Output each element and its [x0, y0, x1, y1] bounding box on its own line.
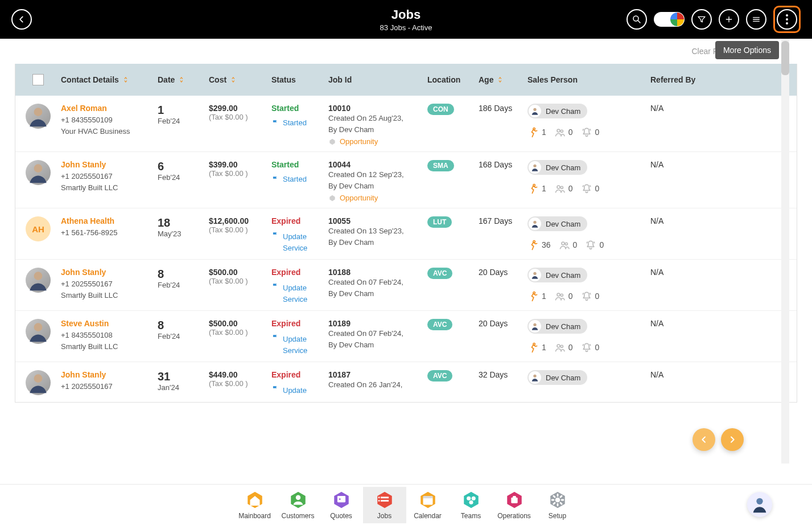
- search-button[interactable]: [626, 9, 647, 30]
- sales-person-pill[interactable]: Dev Cham: [527, 160, 587, 175]
- svg-point-7: [560, 130, 563, 132]
- sales-avatar-icon: [529, 320, 541, 333]
- col-referred[interactable]: Referred By: [650, 75, 724, 84]
- status-flag[interactable]: UpdateService: [271, 282, 328, 305]
- page-prev-button[interactable]: [693, 428, 715, 451]
- col-contact[interactable]: Contact Details: [61, 75, 158, 84]
- sales-person-pill[interactable]: Dev Cham: [527, 268, 587, 282]
- age-value: 186 Days: [479, 104, 527, 146]
- svg-line-1: [638, 20, 640, 23]
- contact-name[interactable]: Athena Health: [61, 216, 158, 225]
- team-count: 0: [554, 183, 573, 194]
- table-row[interactable]: Steve Austin +1 8435550108 Smartly Built…: [15, 310, 797, 362]
- date-day: 8: [158, 319, 209, 332]
- nav-customers[interactable]: Customers: [277, 487, 320, 523]
- nav-calendar[interactable]: Calendar: [406, 487, 450, 523]
- nav-setup[interactable]: Setup: [536, 487, 579, 523]
- contact-name[interactable]: Axel Roman: [61, 104, 158, 113]
- scrollbar-thumb[interactable]: [781, 41, 789, 75]
- profile-avatar[interactable]: [747, 492, 772, 517]
- filter-icon: [697, 15, 706, 24]
- contact-name[interactable]: John Stanly: [61, 370, 158, 379]
- svg-marker-44: [464, 491, 479, 507]
- svg-point-45: [467, 496, 471, 500]
- col-sales-label: Sales Person: [527, 75, 578, 84]
- sales-avatar-icon: [529, 218, 541, 230]
- back-button[interactable]: [11, 9, 32, 30]
- location-badge[interactable]: SMA: [427, 160, 454, 171]
- status-flag[interactable]: Started: [271, 175, 328, 183]
- status-flag[interactable]: UpdateService: [271, 231, 328, 253]
- svg-point-22: [560, 294, 563, 296]
- nav-icon: [460, 490, 482, 510]
- location-badge[interactable]: AVC: [427, 370, 452, 382]
- table-row[interactable]: AHAthena Health +1 561-756-8925 18 May'2…: [15, 208, 797, 259]
- status-flag[interactable]: UpdateService: [271, 334, 328, 356]
- svg-point-21: [557, 293, 560, 296]
- col-date[interactable]: Date: [158, 75, 209, 84]
- col-status[interactable]: Status: [271, 75, 328, 84]
- sales-person-pill[interactable]: Dev Cham: [527, 104, 587, 118]
- svg-point-27: [560, 345, 563, 347]
- person-icon: [750, 495, 769, 514]
- status-flag[interactable]: Started: [271, 118, 328, 127]
- status-label: Expired: [271, 370, 328, 379]
- nav-teams[interactable]: Teams: [450, 487, 493, 523]
- status-label: Expired: [271, 319, 328, 328]
- sales-person-pill[interactable]: Dev Cham: [527, 370, 587, 385]
- referred-by: N/A: [650, 319, 724, 356]
- scrollbar-track[interactable]: [781, 39, 789, 464]
- referred-by: N/A: [650, 268, 724, 305]
- select-all-checkbox[interactable]: [32, 74, 44, 85]
- table-header: Contact Details Date Cost Status Job Id …: [15, 64, 797, 96]
- bottom-nav: Mainboard Customers Quotes Jobs Calendar…: [0, 484, 812, 525]
- col-cost[interactable]: Cost: [209, 75, 271, 84]
- add-button[interactable]: [719, 9, 739, 30]
- svg-point-32: [295, 495, 300, 500]
- team-count: 0: [554, 290, 573, 302]
- sort-icon: [230, 76, 238, 84]
- page-next-button[interactable]: [721, 428, 744, 451]
- nav-label: Jobs: [363, 512, 406, 520]
- nav-label: Operations: [493, 512, 536, 520]
- contact-name[interactable]: Steve Austin: [61, 319, 158, 328]
- location-badge[interactable]: LUT: [427, 216, 452, 228]
- filter-button[interactable]: [691, 9, 712, 30]
- counters: 36 0 0: [527, 239, 650, 251]
- col-location[interactable]: Location: [427, 75, 479, 84]
- col-jobid[interactable]: Job Id: [328, 75, 427, 84]
- nav-operations[interactable]: Operations: [493, 487, 536, 523]
- table-row[interactable]: John Stanly +1 2025550167 31 Jan'24$449.…: [15, 362, 797, 402]
- opportunity-tag[interactable]: Opportunity: [328, 137, 427, 146]
- table-row[interactable]: John Stanly +1 2025550167 Smartly Built …: [15, 259, 797, 310]
- job-id: 10188: [328, 268, 427, 277]
- nav-mainboard[interactable]: Mainboard: [233, 487, 277, 523]
- contact-name[interactable]: John Stanly: [61, 160, 158, 169]
- list-view-button[interactable]: [746, 9, 766, 30]
- status-flag[interactable]: Update: [271, 385, 328, 396]
- svg-point-29: [533, 375, 536, 378]
- job-created: Created On 07 Feb'24,: [328, 328, 427, 339]
- location-badge[interactable]: AVC: [427, 268, 452, 279]
- table-row[interactable]: Axel Roman +1 8435550109 Your HVAC Busin…: [15, 96, 797, 151]
- opportunity-tag[interactable]: Opportunity: [328, 194, 427, 202]
- more-options-button[interactable]: [777, 9, 797, 30]
- cost-tax: (Tax $0.00 ): [209, 277, 271, 285]
- col-sales[interactable]: Sales Person: [527, 75, 650, 84]
- svg-point-47: [469, 500, 473, 504]
- table-row[interactable]: John Stanly +1 2025550167 Smartly Built …: [15, 151, 797, 208]
- map-toggle[interactable]: [654, 12, 685, 27]
- alert-count: 0: [585, 239, 604, 251]
- sales-avatar-icon: [529, 105, 541, 117]
- sales-person-pill[interactable]: Dev Cham: [527, 216, 587, 231]
- col-age[interactable]: Age: [479, 75, 527, 84]
- sales-person-pill[interactable]: Dev Cham: [527, 319, 587, 334]
- location-badge[interactable]: CON: [427, 104, 454, 115]
- nav-quotes[interactable]: Quotes: [320, 487, 363, 523]
- age-value: 32 Days: [479, 370, 527, 396]
- nav-jobs[interactable]: Jobs: [363, 487, 406, 523]
- location-badge[interactable]: AVC: [427, 319, 452, 330]
- cost-amount: $449.00: [209, 370, 271, 379]
- job-id: 10044: [328, 160, 427, 169]
- contact-name[interactable]: John Stanly: [61, 268, 158, 277]
